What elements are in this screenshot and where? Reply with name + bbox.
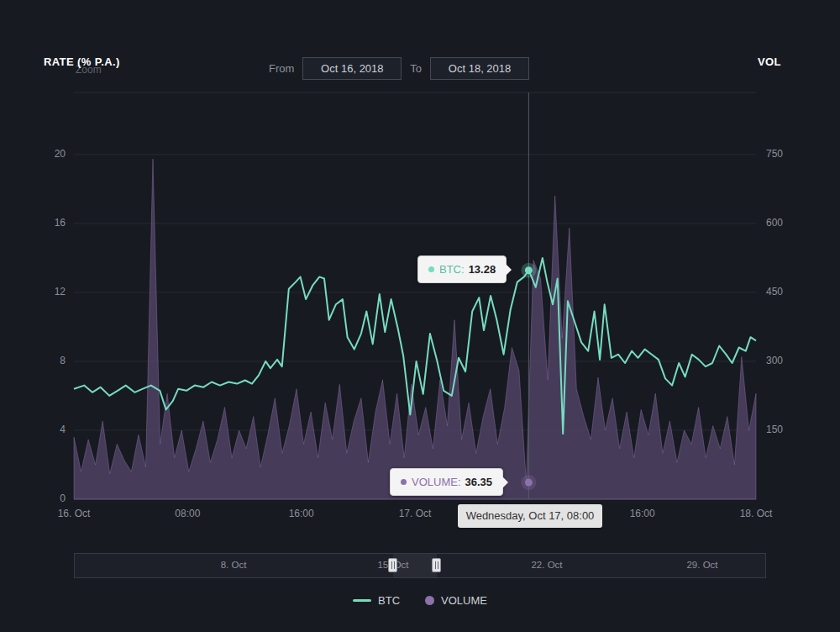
tooltip-arrow [506, 264, 512, 276]
volume-dot-swatch [425, 596, 434, 605]
rate-axis-title: RATE (% P.A.) [44, 55, 120, 68]
y-axis-right-label: 300 [766, 355, 783, 366]
btc-tooltip-label: BTC: [439, 263, 465, 276]
legend-label-volume: VOLUME [441, 594, 487, 607]
btc-line-swatch [353, 599, 371, 602]
volume-bullet-icon [401, 479, 407, 485]
vol-axis-title: VOL [758, 55, 781, 68]
plot-area[interactable] [74, 92, 756, 499]
from-label: From [269, 62, 294, 75]
date-tooltip: Wednesday, Oct 17, 08:00 [458, 504, 602, 528]
date-range-selector: From To [260, 55, 529, 81]
x-axis-label: 16:00 [609, 508, 676, 519]
legend: BTC VOLUME [0, 594, 840, 607]
funding-rate-chart-app: Zoom RATE (% P.A.) From To VOL 048121620… [0, 0, 840, 632]
y-axis-right-label: 450 [766, 286, 783, 298]
y-axis-left-label: 8 [34, 355, 66, 366]
volume-tooltip-label: VOLUME: [412, 476, 461, 488]
navigator[interactable]: 8. Oct15. Oct22. Oct29. Oct [74, 553, 766, 578]
to-label: To [410, 62, 422, 75]
navigator-handle-left[interactable] [388, 558, 397, 572]
navigator-axis-label: 8. Oct [204, 560, 263, 570]
legend-item-volume[interactable]: VOLUME [425, 594, 487, 607]
x-axis-label: 17. Oct [381, 508, 449, 519]
volume-tooltip: VOLUME:36.35 [390, 468, 503, 496]
y-axis-left-label: 20 [34, 148, 66, 160]
legend-item-btc[interactable]: BTC [353, 594, 400, 607]
volume-tooltip-value: 36.35 [465, 476, 493, 488]
x-axis-label: 16. Oct [40, 508, 108, 519]
y-axis-right-label: 600 [766, 217, 783, 229]
y-axis-left-label: 12 [34, 286, 66, 298]
legend-label-btc: BTC [378, 594, 400, 607]
to-date-input[interactable] [430, 57, 529, 80]
navigator-handle-right[interactable] [432, 558, 441, 572]
btc-bullet-icon [428, 266, 434, 272]
x-axis-label: 16:00 [268, 508, 335, 519]
navigator-axis-label: 29. Oct [673, 560, 732, 570]
from-date-input[interactable] [302, 57, 402, 80]
tooltip-arrow [502, 477, 508, 488]
y-axis-left-label: 0 [34, 492, 66, 504]
y-axis-left-label: 4 [34, 424, 66, 435]
x-axis-label: 08:00 [154, 508, 221, 519]
btc-tooltip-value: 13.28 [469, 263, 496, 276]
navigator-axis-label: 22. Oct [517, 560, 576, 570]
y-axis-right-label: 750 [766, 148, 783, 160]
y-axis-left-label: 16 [34, 217, 66, 229]
x-axis-label: 18. Oct [722, 508, 790, 519]
btc-tooltip: BTC:13.28 [417, 255, 507, 283]
y-axis-right-label: 150 [766, 424, 783, 435]
